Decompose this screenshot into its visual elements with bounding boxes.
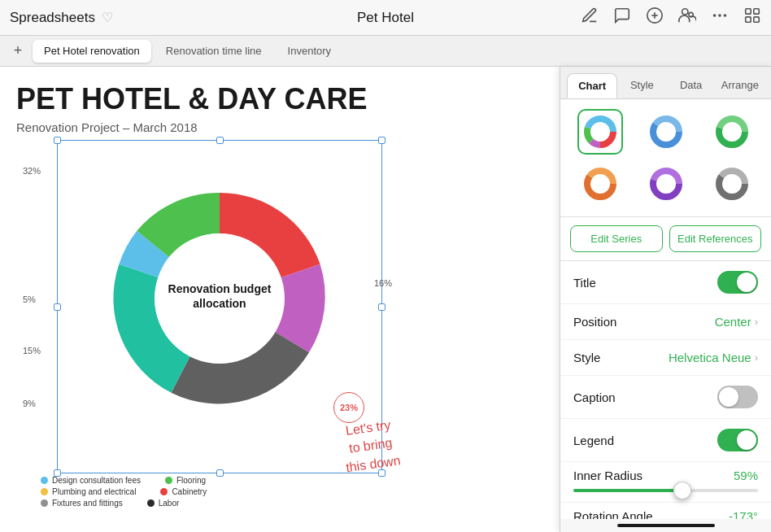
legend-dot-labor bbox=[147, 499, 155, 507]
right-panel: Chart Style Data Arrange bbox=[560, 67, 771, 532]
style-chevron: › bbox=[755, 351, 758, 364]
pencil-icon[interactable] bbox=[581, 7, 599, 28]
tab-inventory[interactable]: Inventory bbox=[277, 40, 342, 63]
svg-rect-8 bbox=[746, 9, 751, 14]
legend-item-flooring: Flooring bbox=[165, 476, 206, 485]
tab-data[interactable]: Data bbox=[667, 73, 716, 98]
axis-label-9: 9% bbox=[23, 399, 36, 408]
caption-toggle[interactable] bbox=[717, 386, 758, 408]
position-setting-value: Center › bbox=[715, 315, 758, 329]
legend-item-labor: Labor bbox=[147, 499, 180, 508]
settings-list: Title Position Center › Style Helvetica … bbox=[560, 261, 771, 519]
caption-setting-label: Caption bbox=[573, 390, 616, 404]
doc-title: Pet Hotel bbox=[357, 10, 414, 26]
axis-label-15: 15% bbox=[23, 346, 41, 355]
svg-point-34 bbox=[725, 177, 738, 190]
edit-buttons: Edit Series Edit References bbox=[560, 217, 771, 261]
legend-setting-row: Legend bbox=[560, 419, 771, 462]
title-toggle[interactable] bbox=[717, 271, 758, 294]
legend-item-design: Design consultation fees bbox=[41, 476, 141, 485]
svg-text:Renovation budget: Renovation budget bbox=[168, 282, 272, 295]
legend-toggle-knob bbox=[737, 430, 756, 450]
comment-icon[interactable] bbox=[613, 7, 631, 28]
legend-toggle[interactable] bbox=[717, 429, 758, 451]
chart-type-multicolor-donut[interactable] bbox=[577, 109, 623, 155]
position-setting-row[interactable]: Position Center › bbox=[560, 304, 771, 340]
handwritten-note: Let's try to bring this down bbox=[340, 415, 402, 477]
chart-type-grey-donut[interactable] bbox=[709, 161, 755, 207]
heart-icon[interactable]: ♡ bbox=[102, 10, 113, 25]
legend-setting-label: Legend bbox=[573, 434, 614, 447]
legend-dot-fixtures bbox=[41, 499, 48, 507]
tab-chart[interactable]: Chart bbox=[567, 73, 617, 98]
handle-mid-right[interactable] bbox=[378, 303, 386, 311]
tab-renovation-time-line[interactable]: Renovation time line bbox=[155, 40, 273, 63]
legend-row-3: Fixtures and fittings Labor bbox=[41, 499, 207, 508]
rotation-angle-header: Rotation Angle -173° bbox=[573, 509, 758, 519]
more-icon[interactable] bbox=[711, 7, 729, 28]
style-setting-label: Style bbox=[573, 351, 600, 364]
svg-point-31 bbox=[660, 177, 673, 190]
chart-type-orange-donut[interactable] bbox=[577, 161, 623, 207]
style-setting-row[interactable]: Style Helvetica Neue › bbox=[560, 340, 771, 376]
edit-series-button[interactable]: Edit Series bbox=[570, 225, 663, 252]
tab-style[interactable]: Style bbox=[617, 73, 666, 98]
tab-bar: + Pet Hotel renovation Renovation time l… bbox=[0, 36, 771, 67]
rotation-angle-value: -173° bbox=[729, 509, 758, 519]
inner-radius-thumb[interactable] bbox=[673, 482, 691, 499]
add-sheet-button[interactable]: + bbox=[7, 40, 29, 63]
svg-rect-11 bbox=[754, 17, 759, 22]
title-setting-row: Title bbox=[560, 261, 771, 304]
inner-radius-row: Inner Radius 59% bbox=[560, 462, 771, 503]
inner-radius-fill bbox=[573, 489, 682, 492]
chart-type-grid bbox=[560, 99, 771, 217]
top-bar-left: Spreadsheets ♡ bbox=[10, 10, 113, 26]
donut-chart: Renovation budget allocation bbox=[65, 164, 374, 441]
axis-label-32: 32% bbox=[23, 166, 41, 176]
handle-top-mid[interactable] bbox=[216, 137, 224, 144]
legend-item-plumbing: Plumbing and electrical bbox=[41, 487, 136, 496]
svg-point-22 bbox=[660, 125, 673, 138]
rotation-angle-label: Rotation Angle bbox=[573, 509, 653, 519]
title-toggle-knob bbox=[737, 273, 756, 292]
svg-point-3 bbox=[682, 9, 688, 15]
legend-dot-plumbing bbox=[41, 488, 48, 495]
axis-label-5: 5% bbox=[23, 294, 36, 304]
position-setting-label: Position bbox=[573, 315, 616, 329]
panel-tabs: Chart Style Data Arrange bbox=[560, 67, 771, 99]
legend-item-cabinetry: Cabinetry bbox=[160, 487, 207, 496]
rotation-angle-row: Rotation Angle -173° bbox=[560, 503, 771, 519]
handle-bot-mid[interactable] bbox=[216, 469, 224, 477]
chart-type-blue-donut[interactable] bbox=[643, 109, 689, 155]
chart-type-purple-donut[interactable] bbox=[643, 161, 689, 207]
tab-arrange[interactable]: Arrange bbox=[716, 73, 764, 98]
top-bar: Spreadsheets ♡ Pet Hotel bbox=[0, 0, 771, 36]
chart-legend: Design consultation fees Flooring Plumbi… bbox=[41, 476, 207, 508]
svg-rect-10 bbox=[746, 17, 751, 22]
inner-radius-value: 59% bbox=[734, 469, 758, 482]
legend-item-fixtures: Fixtures and fittings bbox=[41, 499, 123, 508]
handle-top-left[interactable] bbox=[54, 137, 61, 144]
svg-rect-9 bbox=[754, 9, 759, 14]
inner-radius-track[interactable] bbox=[573, 489, 758, 492]
legend-row-2: Plumbing and electrical Cabinetry bbox=[41, 487, 207, 496]
handle-mid-left[interactable] bbox=[54, 303, 61, 311]
inner-radius-label: Inner Radius bbox=[573, 469, 642, 482]
svg-point-7 bbox=[724, 14, 727, 17]
chart-type-green-donut[interactable] bbox=[709, 109, 755, 155]
svg-text:allocation: allocation bbox=[193, 297, 246, 310]
add-icon[interactable] bbox=[646, 7, 664, 28]
chart-container[interactable]: 32% 5% 15% 9% 16% bbox=[8, 140, 399, 514]
collab-icon[interactable] bbox=[678, 7, 696, 28]
svg-point-28 bbox=[594, 177, 607, 190]
tab-pet-hotel-renovation[interactable]: Pet Hotel renovation bbox=[33, 40, 151, 63]
caption-toggle-knob bbox=[719, 387, 738, 407]
svg-point-6 bbox=[718, 14, 721, 17]
inner-radius-header: Inner Radius 59% bbox=[573, 469, 758, 482]
legend-dot-flooring bbox=[165, 477, 172, 484]
edit-references-button[interactable]: Edit References bbox=[669, 225, 762, 252]
axis-label-16: 16% bbox=[374, 278, 392, 288]
share-icon[interactable] bbox=[743, 7, 761, 28]
position-chevron: › bbox=[755, 316, 758, 328]
handle-top-right[interactable] bbox=[378, 137, 386, 144]
